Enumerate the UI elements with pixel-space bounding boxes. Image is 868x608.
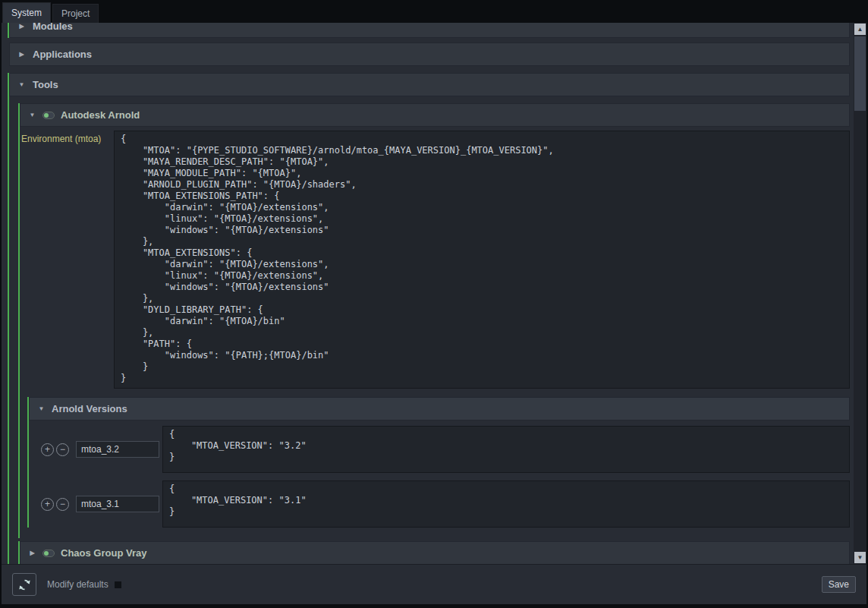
environment-row: Environment (mtoa) { "MTOA": "{PYPE_STUD…	[20, 131, 850, 389]
environment-label: Environment (mtoa)	[20, 131, 114, 144]
group-header-autodesk-arnold[interactable]: ▼ Autodesk Arnold	[20, 103, 850, 127]
add-version-button[interactable]: +	[41, 443, 54, 456]
expander-icon-tools[interactable]: ▼	[17, 81, 26, 88]
settings-scroll-area: ▶ Modules ▶ Applications ▼ Tools	[2, 23, 854, 564]
section-header-modules[interactable]: ▶ Modules	[9, 23, 850, 38]
footer: Modify defaults Save	[2, 564, 866, 604]
modify-defaults-checkbox[interactable]	[115, 581, 121, 588]
section-applications: ▶ Applications	[8, 43, 850, 66]
version-row: + − { "MTOA_VERSION": "3.1" }	[29, 480, 850, 528]
tools-body: ▼ Autodesk Arnold Environment (mtoa) { "…	[9, 96, 850, 564]
expander-icon-applications[interactable]: ▶	[17, 51, 26, 58]
tab-system-label: System	[11, 8, 42, 18]
version-json-textarea[interactable]: { "MTOA_VERSION": "3.2" }	[162, 426, 850, 473]
group-header-arnold-versions[interactable]: ▼ Arnold Versions	[29, 397, 850, 421]
section-title-tools: Tools	[33, 79, 58, 90]
group-header-chaos-group-vray[interactable]: ▶ Chaos Group Vray	[20, 541, 850, 564]
arnold-body: Environment (mtoa) { "MTOA": "{PYPE_STUD…	[20, 127, 850, 538]
add-version-button[interactable]: +	[41, 498, 54, 511]
enabled-toggle-icon-vray[interactable]	[42, 550, 55, 557]
section-modules: ▶ Modules	[8, 23, 850, 38]
save-button[interactable]: Save	[822, 576, 856, 593]
expander-icon-arnold-versions[interactable]: ▼	[37, 405, 46, 412]
expander-icon-arnold[interactable]: ▼	[28, 112, 36, 118]
scrollbar-up-button[interactable]: ▲	[854, 24, 866, 35]
group-chaos-group-vray: ▶ Chaos Group Vray	[18, 541, 850, 564]
tab-system[interactable]: System	[2, 2, 51, 23]
modify-defaults-label: Modify defaults	[47, 579, 108, 590]
group-title-vray: Chaos Group Vray	[61, 547, 146, 559]
section-header-applications[interactable]: ▶ Applications	[9, 43, 850, 66]
expander-icon-modules[interactable]: ▶	[17, 23, 26, 30]
section-title-applications: Applications	[33, 49, 92, 60]
group-autodesk-arnold: ▼ Autodesk Arnold Environment (mtoa) { "…	[18, 103, 850, 538]
scrollbar-down-button[interactable]: ▼	[854, 552, 866, 563]
tab-project-label: Project	[61, 8, 90, 19]
refresh-icon	[18, 578, 31, 591]
version-row: + − { "MTOA_VERSION": "3.2" }	[29, 426, 850, 473]
group-title-arnold-versions: Arnold Versions	[52, 403, 127, 414]
version-json-textarea[interactable]: { "MTOA_VERSION": "3.1" }	[162, 480, 850, 528]
environment-json-textarea[interactable]: { "MTOA": "{PYPE_STUDIO_SOFTWARE}/arnold…	[114, 131, 850, 389]
refresh-button[interactable]	[12, 573, 36, 596]
group-arnold-versions: ▼ Arnold Versions + − { "MTOA_VERSION	[27, 397, 850, 528]
scrollbar-thumb[interactable]	[854, 36, 866, 111]
modify-defaults-group: Modify defaults	[47, 579, 121, 590]
enabled-toggle-icon-arnold[interactable]	[42, 112, 55, 119]
section-title-modules: Modules	[33, 23, 73, 32]
remove-version-button[interactable]: −	[56, 498, 69, 511]
scrollbar[interactable]: ▲ ▼	[854, 23, 866, 564]
tab-project[interactable]: Project	[52, 4, 99, 23]
tab-bar: System Project	[0, 0, 868, 23]
settings-window: System Project ▶ Modules ▶ Appl	[0, 0, 868, 608]
group-title-arnold: Autodesk Arnold	[61, 109, 140, 121]
settings-panel: ▶ Modules ▶ Applications ▼ Tools	[2, 23, 866, 604]
expander-icon-vray[interactable]: ▶	[28, 550, 36, 556]
remove-version-button[interactable]: −	[56, 443, 69, 456]
version-name-input[interactable]	[76, 496, 159, 512]
section-header-tools[interactable]: ▼ Tools	[9, 73, 850, 96]
section-tools: ▼ Tools ▼ Autodesk Arnold	[8, 73, 850, 564]
version-name-input[interactable]	[76, 441, 159, 458]
